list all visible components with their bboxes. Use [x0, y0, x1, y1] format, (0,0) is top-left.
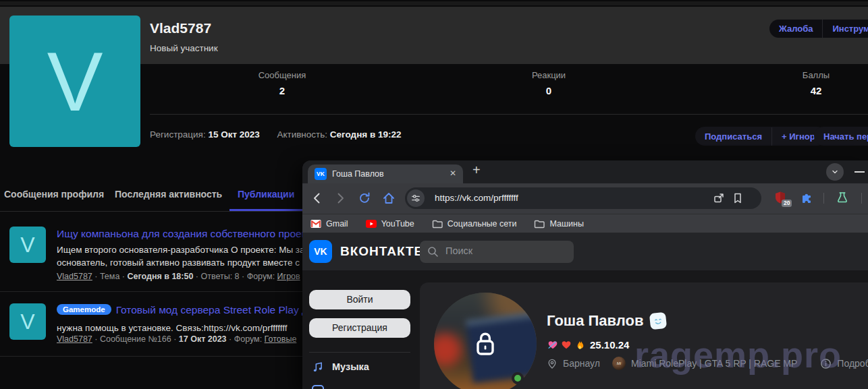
registration-row: Регистрация: 15 Окт 2023 Активность: Сег… [150, 129, 402, 140]
smiley-sticker-emoji [649, 312, 667, 330]
location-text[interactable]: Барнаул [563, 358, 600, 369]
vk-menu-video-icon[interactable] [312, 385, 324, 389]
profile-avatar[interactable]: V [9, 16, 140, 147]
tab-search-button[interactable] [826, 163, 844, 181]
vk-sidebar-divider [309, 352, 410, 353]
vk-search[interactable] [420, 241, 574, 263]
tab-publications[interactable]: Публикации [238, 189, 294, 200]
browser-tab-strip: VK Гоша Павлов ✕ + [302, 160, 868, 183]
vk-profile-info-row: Барнаул Mi Miami RolePlay | GTA 5 RP | R… [547, 357, 868, 370]
post-author-link[interactable]: Vlad5787 [57, 334, 92, 344]
vk-wordmark[interactable]: ВКОНТАКТЕ [340, 244, 423, 259]
tools-button[interactable]: Инструменты [823, 20, 868, 38]
new-tab-button[interactable]: + [472, 162, 481, 178]
activity-date: Сегодня в 19:22 [330, 129, 402, 140]
chevron-down-icon [831, 168, 839, 176]
profile-action-group: Подписаться + Игнор. [695, 127, 827, 146]
details-link[interactable]: Подробнее [837, 358, 868, 369]
post-meta: Vlad5787 · Тема · Сегодня в 18:50 · Отве… [57, 272, 300, 281]
post-body: Ищем второго основателя-разработчика О п… [57, 243, 310, 269]
music-note-icon [312, 361, 324, 373]
youtube-icon [366, 220, 377, 228]
share-icon[interactable] [713, 192, 725, 204]
vk-profile-card: Гоша Павлов [420, 282, 868, 389]
status-date: 25.10.24 [590, 339, 629, 351]
post-forum-link[interactable]: Готовые [265, 334, 297, 344]
community-text[interactable]: Miami RolePlay | GTA 5 RP | RAGE MP [631, 358, 797, 369]
gmail-icon [310, 219, 321, 229]
tab-latest-activity[interactable]: Последняя активность [115, 189, 222, 200]
search-icon [427, 246, 439, 258]
browser-toolbar: https://vk.com/prfffffff 20 [302, 183, 868, 214]
vk-menu-music[interactable]: Музыка [312, 361, 369, 373]
vk-favicon: VK [315, 168, 327, 180]
avatar-letter: V [47, 40, 103, 123]
vk-login-button[interactable]: Войти [309, 290, 410, 309]
forum-top-strip [0, 1, 868, 5]
fire-emoji [574, 339, 586, 351]
vk-page: VK ВКОНТАКТЕ Войти Регистрация [302, 233, 868, 389]
tab-title: Гоша Павлов [332, 169, 384, 179]
post-avatar[interactable]: V [9, 227, 46, 263]
browser-tab[interactable]: VK Гоша Павлов ✕ [308, 164, 463, 183]
post-author-link[interactable]: Vlad5787 [57, 272, 92, 281]
bookmark-folder-social[interactable]: Социальные сети [432, 219, 517, 229]
bookmark-icon[interactable] [732, 192, 744, 204]
toolbar-separator [861, 193, 862, 204]
post-meta: Vlad5787 · Сообщение №166 · 17 Окт 2023 … [57, 334, 296, 344]
post-forum-link[interactable]: Игров [277, 272, 300, 281]
extensions-puzzle-icon[interactable] [801, 191, 814, 204]
search-input[interactable] [444, 245, 566, 257]
lock-icon [472, 329, 499, 359]
registration-date: 15 Окт 2023 [208, 129, 259, 140]
bookmark-gmail[interactable]: Gmail [310, 219, 348, 229]
vk-profile-name-row: Гоша Павлов [547, 312, 666, 330]
screen: V Vlad5787 Новый участник Жалоба Инструм… [0, 0, 868, 389]
info-icon [820, 358, 832, 369]
tab-close-icon[interactable]: ✕ [450, 169, 456, 178]
bookmarks-bar: Gmail YouTube Социальные сети Машины [302, 214, 868, 233]
site-info-icon[interactable] [407, 189, 425, 207]
reload-icon[interactable] [358, 191, 371, 205]
vk-logo[interactable]: VK [309, 240, 332, 263]
post-title-link[interactable]: Ищу компаньона для создания собственного… [57, 228, 306, 240]
post-title-row: GamemodeГотовый мод сервера Street Role … [57, 304, 319, 316]
heart-arrow-emoji [547, 339, 559, 351]
gamemode-badge: Gamemode [57, 304, 111, 315]
profile-role: Новый участник [150, 43, 218, 53]
stat-points: Баллы 42 [803, 70, 830, 96]
report-button[interactable]: Жалоба [769, 20, 822, 38]
home-icon[interactable] [382, 191, 396, 205]
start-conversation-group: Начать переписку [814, 127, 868, 146]
folder-icon [534, 219, 545, 229]
back-icon[interactable] [310, 191, 324, 205]
miami-community-logo: Mi [612, 357, 626, 370]
bookmark-youtube[interactable]: YouTube [366, 219, 414, 229]
vk-register-button[interactable]: Регистрация [309, 318, 410, 338]
minimize-button[interactable] [855, 171, 865, 173]
online-indicator [512, 372, 524, 384]
flask-extension-icon[interactable] [836, 191, 849, 204]
stat-reactions: Реакции 0 [532, 70, 566, 96]
address-bar[interactable]: https://vk.com/prfffffff [405, 187, 761, 209]
profile-username: Vlad5787 [150, 20, 211, 36]
vk-profile-status: 25.10.24 [547, 339, 629, 351]
post-title-link[interactable]: Готовый мод сервера Street Role Play для [116, 304, 320, 316]
tab-profile-posts[interactable]: Сообщения профиля [4, 189, 104, 200]
browser-window: VK Гоша Павлов ✕ + [302, 160, 868, 389]
bookmark-folder-cars[interactable]: Машины [534, 219, 583, 229]
message-button[interactable]: Начать переписку [814, 127, 868, 146]
profile-top-actions: Жалоба Инструменты [769, 20, 868, 38]
post-avatar[interactable]: V [9, 303, 46, 340]
folder-icon [432, 219, 443, 229]
post-body: нужна помощь в установке. Связь:https://… [57, 322, 288, 334]
extension-badge: 20 [782, 200, 792, 207]
vk-header: VK ВКОНТАКТЕ [302, 233, 868, 270]
stats-divider [150, 114, 868, 115]
follow-button[interactable]: Подписаться [695, 127, 771, 146]
red-heart-emoji [560, 339, 572, 351]
stat-messages: Сообщения 2 [259, 70, 306, 96]
url-text[interactable]: https://vk.com/prfffffff [435, 193, 518, 203]
forward-icon[interactable] [333, 191, 347, 205]
toolbar-separator [823, 193, 824, 204]
